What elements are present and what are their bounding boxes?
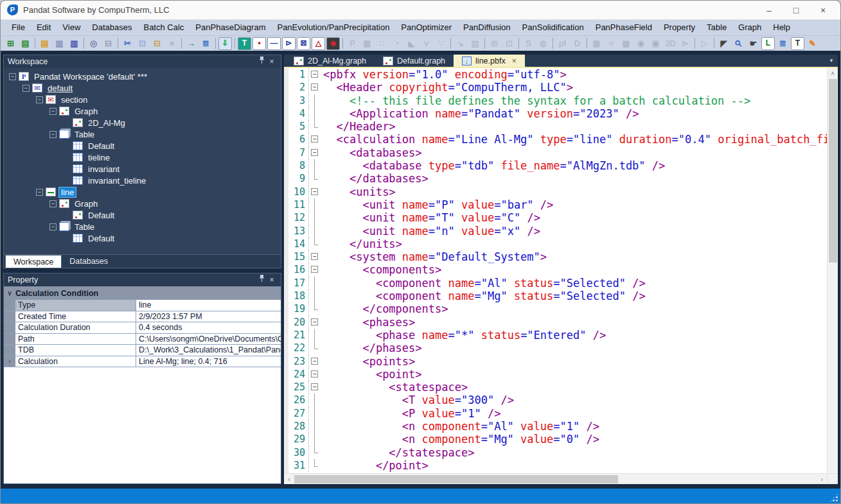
view-3d-button[interactable]: 3D	[664, 37, 677, 50]
property-value[interactable]: D:\_Work\3_Calculations\1_Pandat\Panda	[136, 345, 281, 356]
scatter-map-button[interactable]: ∵	[434, 37, 448, 50]
grid-map-button[interactable]: ⊞	[488, 37, 501, 50]
xml-code-editor[interactable]: 1−<pbfx version="1.0" encoding="utf-8">2…	[288, 68, 827, 473]
maximize-button[interactable]: □	[783, 2, 810, 19]
section-calculation-button[interactable]: ⊳	[282, 37, 296, 50]
line-calculation-button[interactable]: —	[267, 37, 281, 50]
property-value[interactable]: C:\Users\songm\OneDrive\Documents\Co	[136, 334, 281, 345]
pan-phasefield-db-button[interactable]: pf	[556, 37, 569, 50]
pan-diffusion-db-button[interactable]: D	[571, 37, 584, 50]
phase-diagram-button[interactable]: ⊠	[297, 37, 310, 50]
menu-item-edit[interactable]: Edit	[31, 20, 57, 35]
tree-item-line[interactable]: −line	[4, 186, 281, 198]
pan-hand-button[interactable]: ☛	[747, 37, 760, 50]
tree-item-tieline[interactable]: tieline	[4, 152, 281, 163]
property-view-button[interactable]: ≣	[776, 37, 790, 50]
import-pbfx-button[interactable]: ⇩	[218, 37, 232, 50]
isotherm-button[interactable]: ◣	[405, 37, 418, 50]
solidification-button[interactable]: ◆	[326, 37, 340, 50]
editor-tab-line-pbfx[interactable]: ↓line.pbfx×	[454, 55, 525, 67]
fold-collapse-icon[interactable]: −	[311, 253, 318, 260]
panel-tab-databases[interactable]: Databases	[62, 255, 116, 268]
dot-map-button[interactable]: ⊡	[502, 37, 516, 50]
fold-margin[interactable]: −	[309, 355, 320, 368]
database-brush-button[interactable]: ◍	[536, 37, 550, 50]
close-panel-icon[interactable]: ×	[267, 274, 277, 286]
horizontal-scrollbar-thumb[interactable]	[294, 475, 618, 483]
property-group-header[interactable]: ∨ Calculation Condition	[4, 286, 281, 300]
scroll-up-arrow[interactable]: ∧	[831, 68, 835, 78]
tree-item-pandat-workspace-default[interactable]: −PPandat Workspace 'default' ***	[4, 71, 281, 82]
fold-margin[interactable]: −	[309, 316, 320, 329]
tree-item-default[interactable]: −✉default	[4, 82, 281, 94]
tree-expander-icon[interactable]: −	[36, 189, 43, 196]
property-value[interactable]: line	[136, 300, 281, 311]
tab-close-icon[interactable]: ×	[512, 56, 517, 65]
fold-collapse-icon[interactable]: −	[311, 358, 318, 365]
liquidus-projection-button[interactable]: ◔	[390, 37, 403, 50]
property-row-path[interactable]: PathC:\Users\songm\OneDrive\Documents\Co	[4, 334, 281, 345]
print-button[interactable]: ⊟	[102, 37, 115, 50]
fold-margin[interactable]: −	[309, 81, 320, 94]
delete-button[interactable]: ×	[165, 37, 179, 50]
fold-margin[interactable]: −	[309, 368, 320, 381]
minimize-button[interactable]: –	[756, 2, 783, 19]
vertical-scrollbar-thumb[interactable]	[829, 79, 837, 263]
legend-button[interactable]: L	[761, 37, 775, 50]
tree-expander-icon[interactable]: −	[9, 73, 16, 80]
sphere-3d-button[interactable]: ◉	[634, 37, 648, 50]
menu-item-pansolidification[interactable]: PanSolidification	[517, 20, 590, 35]
menu-item-databases[interactable]: Databases	[86, 20, 137, 35]
cube-3d-button[interactable]: ▣	[649, 37, 662, 50]
menu-item-panphasediagram[interactable]: PanPhaseDiagram	[190, 20, 271, 35]
fold-collapse-icon[interactable]: −	[311, 149, 318, 156]
menu-item-help[interactable]: Help	[767, 20, 796, 35]
pan-solidification-db-button[interactable]: S	[522, 37, 535, 50]
point-map-button[interactable]: ↘	[454, 37, 467, 50]
view-tdb-button[interactable]: T	[238, 37, 251, 50]
panel-tab-workspace[interactable]: Workspace	[5, 255, 62, 268]
menu-item-graph[interactable]: Graph	[732, 20, 767, 35]
property-row-calculation-duration[interactable]: Calculation Duration0.4 seconds	[4, 322, 281, 334]
menu-item-file[interactable]: File	[6, 20, 31, 35]
fold-collapse-icon[interactable]: −	[311, 188, 318, 195]
menu-item-view[interactable]: View	[57, 20, 86, 35]
tree-expander-icon[interactable]: −	[49, 200, 57, 207]
copy-button[interactable]: ⊡	[136, 37, 149, 50]
contour-plot-button[interactable]: ▩	[619, 37, 633, 50]
fold-collapse-icon[interactable]: −	[311, 71, 318, 78]
fold-collapse-icon[interactable]: −	[311, 370, 318, 378]
menu-item-property[interactable]: Property	[658, 20, 701, 35]
tab-list-dropdown-icon[interactable]: ▼	[829, 55, 834, 67]
scroll-left-arrow[interactable]: ‹	[284, 475, 294, 483]
property-value[interactable]: Line Al-Mg; line; 0.4; 716	[136, 356, 281, 367]
tree-expander-icon[interactable]: −	[49, 223, 57, 230]
grid-calculation-button[interactable]: ▦	[360, 37, 374, 50]
property-row-created-time[interactable]: Created Time2/9/2023 1:57 PM	[4, 311, 281, 323]
fold-margin[interactable]: −	[309, 263, 320, 276]
menu-item-panoptimizer[interactable]: PanOptimizer	[395, 20, 457, 35]
edit-table-button[interactable]: ▦	[590, 37, 603, 50]
property-value[interactable]: 2/9/2023 1:57 PM	[136, 311, 281, 322]
menu-item-pandiffusion[interactable]: PanDiffusion	[457, 20, 516, 35]
menu-item-batch-calc[interactable]: Batch Calc	[137, 20, 190, 35]
tree-expander-icon[interactable]: −	[36, 96, 43, 103]
fold-margin[interactable]: −	[309, 146, 320, 159]
tree-item-graph[interactable]: −Graph	[4, 105, 281, 117]
close-panel-icon[interactable]: ×	[267, 55, 277, 68]
fold-collapse-icon[interactable]: −	[311, 383, 318, 390]
fold-collapse-icon[interactable]: −	[311, 318, 318, 326]
property-row-tdb[interactable]: TDBD:\_Work\3_Calculations\1_Pandat\Pand…	[4, 345, 281, 356]
tree-item-table[interactable]: −Table	[4, 128, 281, 140]
pin-icon[interactable]	[256, 55, 267, 68]
contour-map-button[interactable]: ▨	[468, 37, 482, 50]
fold-margin[interactable]: −	[309, 250, 320, 263]
tree-item-table[interactable]: −Table	[4, 221, 281, 232]
fold-collapse-icon[interactable]: −	[311, 83, 318, 91]
pin-icon[interactable]	[256, 274, 267, 286]
fold-margin[interactable]: −	[309, 186, 320, 198]
tree-expander-icon[interactable]: −	[49, 108, 57, 115]
point-calculation-button[interactable]: •	[252, 37, 266, 50]
fold-margin[interactable]: −	[309, 68, 320, 81]
tree-item-default[interactable]: Default	[4, 209, 281, 221]
